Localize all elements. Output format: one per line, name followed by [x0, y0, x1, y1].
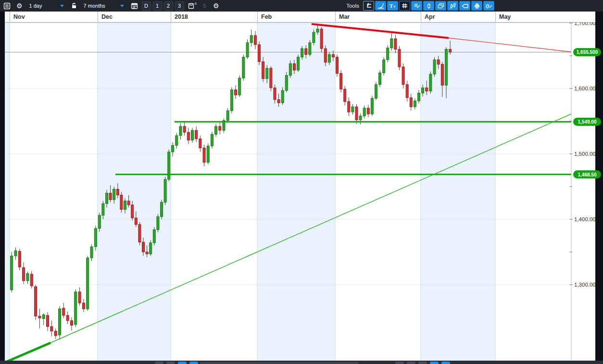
undo-button[interactable] — [363, 1, 374, 11]
window-edge — [0, 23, 5, 361]
text-tool-button[interactable]: T T — [387, 1, 398, 11]
grid-toggle-button[interactable] — [399, 1, 410, 11]
price-label-tool-button[interactable] — [459, 1, 470, 11]
candle-body-bear — [340, 74, 342, 89]
bottom-bar-button[interactable] — [418, 362, 427, 364]
bottom-bar-button[interactable] — [395, 362, 404, 364]
candle-body-bear — [410, 98, 412, 107]
chevron-down-icon — [60, 5, 64, 7]
candle-body-bull — [87, 258, 89, 309]
candle — [387, 45, 389, 62]
candle-body-bull — [230, 90, 233, 111]
bottom-bar-button[interactable] — [178, 362, 187, 364]
bottom-bar-button[interactable] — [166, 362, 175, 364]
candle-body-bear — [120, 195, 123, 210]
candle-body-bear — [38, 316, 41, 318]
chart-settings-button[interactable]: ⚙ — [14, 1, 25, 11]
candle — [383, 57, 385, 75]
candle-body-bear — [116, 189, 119, 195]
interval-dropdown[interactable]: 1 day — [26, 1, 67, 11]
gear-icon: ⚙ — [213, 2, 219, 9]
layout-button-1[interactable]: 1 — [153, 1, 162, 11]
candle-body-bear — [293, 63, 295, 70]
windows-layout-button[interactable] — [435, 1, 446, 11]
candle — [242, 54, 245, 80]
text-icon: T T — [389, 3, 397, 9]
bottom-bar-button[interactable] — [155, 362, 163, 364]
chart-list-button[interactable] — [1, 1, 13, 11]
candle-body-bear — [66, 315, 69, 321]
candle — [58, 306, 61, 339]
price-badge-text: 1,655.500 — [577, 50, 598, 55]
candle — [153, 227, 155, 245]
candle-body-bear — [50, 326, 53, 331]
candle-body-bear — [449, 49, 452, 52]
candle — [207, 143, 209, 164]
candle — [371, 96, 373, 116]
month-band — [257, 23, 335, 361]
candle — [168, 149, 170, 181]
candle-body-bear — [270, 68, 272, 88]
layout-settings-button[interactable]: ⚙ — [211, 1, 221, 11]
print-button[interactable] — [471, 1, 482, 11]
price-badge: 1,655.500 — [573, 48, 601, 56]
candle-body-bull — [179, 126, 182, 136]
candle — [336, 54, 339, 76]
range-dropdown[interactable]: 7 months — [81, 1, 127, 11]
candle — [226, 108, 229, 123]
candle-body-bull — [417, 93, 420, 101]
candle-body-bear — [35, 287, 37, 316]
draw-annotation-button[interactable] — [411, 1, 422, 11]
candle — [47, 312, 49, 331]
candle-body-bull — [429, 74, 432, 91]
candle-body-bull — [11, 256, 13, 290]
candle — [390, 33, 393, 50]
price-badge: 1,468.50 — [573, 170, 601, 178]
candle — [348, 98, 350, 116]
save-layout-button[interactable]: 4 — [186, 1, 198, 11]
candle-body-bear — [348, 101, 350, 112]
layout-button-3[interactable]: 3 — [175, 1, 184, 11]
candle — [394, 35, 397, 53]
month-band — [421, 23, 495, 361]
candle-body-bear — [258, 45, 261, 62]
candle — [63, 303, 65, 318]
candle-body-bull — [58, 309, 61, 335]
candle-body-bull — [375, 85, 377, 99]
candlestick-type-button[interactable] — [423, 1, 434, 11]
candle-body-bear — [406, 85, 408, 98]
tool-settings-button[interactable] — [483, 1, 494, 11]
bottom-bar-button[interactable] — [441, 362, 450, 364]
candle-body-bear — [402, 67, 404, 85]
candle — [138, 222, 141, 245]
window-edge — [595, 23, 603, 361]
bottom-bar-button[interactable] — [407, 362, 415, 364]
candle-body-bear — [138, 225, 141, 242]
stacked-windows-icon — [438, 3, 444, 9]
candle — [239, 75, 241, 97]
timeline-scrollbar[interactable] — [200, 362, 358, 364]
candle — [50, 321, 53, 337]
candle — [406, 81, 408, 102]
candle-body-bull — [266, 68, 268, 79]
price-badge-text: 1,468.50 — [578, 172, 597, 177]
bottom-bar-button[interactable] — [430, 362, 439, 364]
candle-body-bull — [153, 230, 155, 243]
date-axis-header: NovDec2018FebMarAprMay — [0, 12, 603, 23]
candles-layer — [11, 25, 452, 339]
candle-body-bull — [289, 63, 291, 75]
chart-compare-button[interactable] — [447, 1, 458, 11]
candle-body-bear — [18, 251, 21, 267]
lock-scale-button[interactable] — [69, 1, 79, 11]
trendline-tool-button[interactable] — [375, 1, 386, 11]
chart-surface[interactable]: 1,700.001,600.001,500.001,400.001,300.00… — [0, 23, 603, 361]
candle-body-bull — [124, 201, 126, 210]
price-axis-label: 1,500.00 — [574, 151, 596, 157]
bottom-bar-button[interactable] — [189, 362, 198, 364]
month-separator — [10, 12, 10, 23]
candle-body-bear — [54, 331, 57, 336]
layout-button-d[interactable]: D — [142, 1, 151, 11]
layout-button-2[interactable]: 2 — [164, 1, 173, 11]
candle-body-bear — [324, 49, 327, 63]
calendar-button[interactable] — [129, 1, 140, 11]
